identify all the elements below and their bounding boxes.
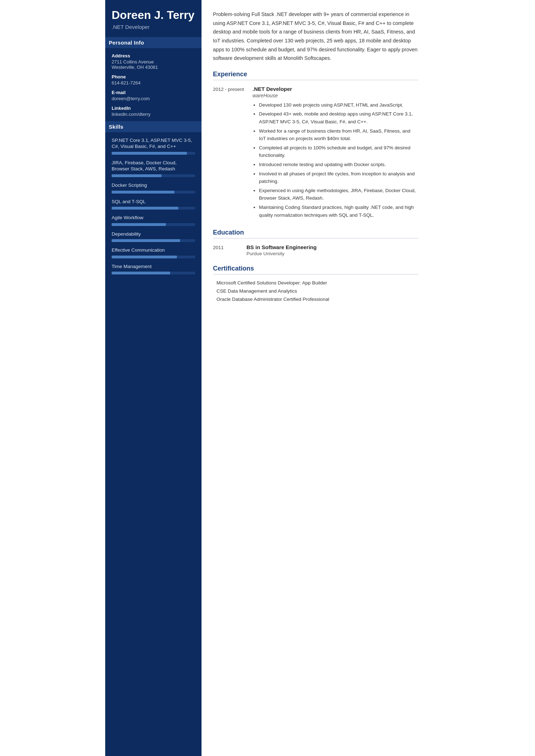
skill-item: Effective Communication: [112, 247, 195, 258]
skill-bar-fill: [112, 174, 162, 177]
education-section: Education 2011 BS in Software Engineerin…: [213, 229, 418, 256]
bullet-item: Developed 43+ web, mobile and desktop ap…: [259, 110, 418, 125]
experience-list: 2012 - present .NET Developer wareHouse …: [213, 86, 418, 220]
phone-value: 614-821-7264: [112, 80, 195, 86]
skill-name: Dependability: [112, 231, 195, 237]
skill-item: SQL and T-SQL: [112, 199, 195, 210]
edu-details: BS in Software Engineering Purdue Univer…: [246, 244, 418, 256]
skill-bar-bg: [112, 191, 195, 194]
address-label: Address: [112, 53, 195, 58]
skill-bar-bg: [112, 272, 195, 274]
linkedin-value: linkedin.com/dterry: [112, 112, 195, 117]
experience-header: Experience: [213, 71, 418, 80]
exp-company: wareHouse: [253, 93, 418, 98]
skill-bar-fill: [112, 272, 170, 274]
resume-container: Doreen J. Terry .NET Developer Personal …: [105, 0, 430, 756]
email-block: E-mail doreen@terry.com: [112, 90, 195, 101]
education-list: 2011 BS in Software Engineering Purdue U…: [213, 244, 418, 256]
education-entry: 2011 BS in Software Engineering Purdue U…: [213, 244, 418, 256]
skill-name: Time Management: [112, 263, 195, 270]
skill-item: SP.NET Core 3.1, ASP.NET MVC 3-5, C#, Vi…: [112, 137, 195, 155]
sidebar: Doreen J. Terry .NET Developer Personal …: [105, 0, 202, 756]
address-line1: 2711 Collins Avenue: [112, 59, 195, 65]
skill-item: Agile Workflow: [112, 215, 195, 226]
certification-item: CSE Data Management and Analytics: [213, 288, 418, 294]
exp-details: .NET Developer wareHouse Developed 130 w…: [253, 86, 418, 220]
certifications-header: Certifications: [213, 265, 418, 274]
linkedin-label: LinkedIn: [112, 106, 195, 111]
skill-bar-fill: [112, 152, 187, 155]
bullet-item: Completed all projects to 100% schedule …: [259, 144, 418, 159]
main-content: Problem-solving Full Stack .NET develope…: [202, 0, 430, 756]
skill-bar-bg: [112, 239, 195, 242]
bullet-item: Worked for a range of business clients f…: [259, 127, 418, 143]
personal-info-header: Personal Info: [105, 37, 202, 48]
skill-item: Time Management: [112, 263, 195, 275]
address-line2: Westerville, OH 43081: [112, 65, 195, 70]
skills-list: SP.NET Core 3.1, ASP.NET MVC 3-5, C#, Vi…: [112, 137, 195, 274]
bullet-item: Developed 130 web projects using ASP.NET…: [259, 101, 418, 109]
certification-item: Oracle Database Administrator Certified …: [213, 297, 418, 302]
skill-name: SP.NET Core 3.1, ASP.NET MVC 3-5, C#, Vi…: [112, 137, 195, 150]
skill-bar-bg: [112, 152, 195, 155]
experience-entry: 2012 - present .NET Developer wareHouse …: [213, 86, 418, 220]
experience-section: Experience 2012 - present .NET Developer…: [213, 71, 418, 220]
summary-text: Problem-solving Full Stack .NET develope…: [213, 10, 418, 63]
linkedin-block: LinkedIn linkedin.com/dterry: [112, 106, 195, 117]
candidate-name: Doreen J. Terry: [112, 9, 195, 22]
edu-school: Purdue University: [246, 251, 418, 256]
skill-bar-fill: [112, 256, 177, 258]
address-block: Address 2711 Collins Avenue Westerville,…: [112, 53, 195, 70]
candidate-title: .NET Developer: [112, 24, 195, 30]
skill-name: Effective Communication: [112, 247, 195, 253]
exp-date: 2012 - present: [213, 86, 244, 220]
edu-degree: BS in Software Engineering: [246, 244, 418, 250]
education-header: Education: [213, 229, 418, 238]
exp-bullets: Developed 130 web projects using ASP.NET…: [253, 101, 418, 219]
skill-bar-bg: [112, 256, 195, 258]
bullet-item: Involved in all phases of project life c…: [259, 170, 418, 185]
skill-item: Dependability: [112, 231, 195, 242]
certifications-section: Certifications Microsoft Certified Solut…: [213, 265, 418, 302]
skill-bar-bg: [112, 174, 195, 177]
email-label: E-mail: [112, 90, 195, 95]
certification-item: Microsoft Certified Solutions Developer:…: [213, 280, 418, 286]
skill-name: JIRA, Firebase, Docker Cloud, Browser St…: [112, 160, 195, 172]
phone-block: Phone 614-821-7264: [112, 74, 195, 86]
skill-bar-fill: [112, 191, 174, 194]
phone-label: Phone: [112, 74, 195, 79]
bullet-item: Experienced in using Agile methodologies…: [259, 187, 418, 202]
skill-name: Agile Workflow: [112, 215, 195, 221]
skill-bar-fill: [112, 223, 166, 226]
certifications-list: Microsoft Certified Solutions Developer:…: [213, 280, 418, 302]
bullet-item: Introduced remote testing and updating w…: [259, 161, 418, 169]
skill-bar-bg: [112, 223, 195, 226]
skill-bar-fill: [112, 239, 180, 242]
edu-date: 2011: [213, 244, 238, 256]
skill-bar-bg: [112, 207, 195, 210]
bullet-item: Maintaining Coding Standard practices, h…: [259, 204, 418, 219]
skill-item: JIRA, Firebase, Docker Cloud, Browser St…: [112, 160, 195, 177]
exp-job-title: .NET Developer: [253, 86, 418, 92]
skill-bar-fill: [112, 207, 178, 210]
skills-header: Skills: [105, 121, 202, 132]
email-value: doreen@terry.com: [112, 96, 195, 101]
skill-name: Docker Scripting: [112, 182, 195, 189]
skill-name: SQL and T-SQL: [112, 199, 195, 205]
skill-item: Docker Scripting: [112, 182, 195, 194]
